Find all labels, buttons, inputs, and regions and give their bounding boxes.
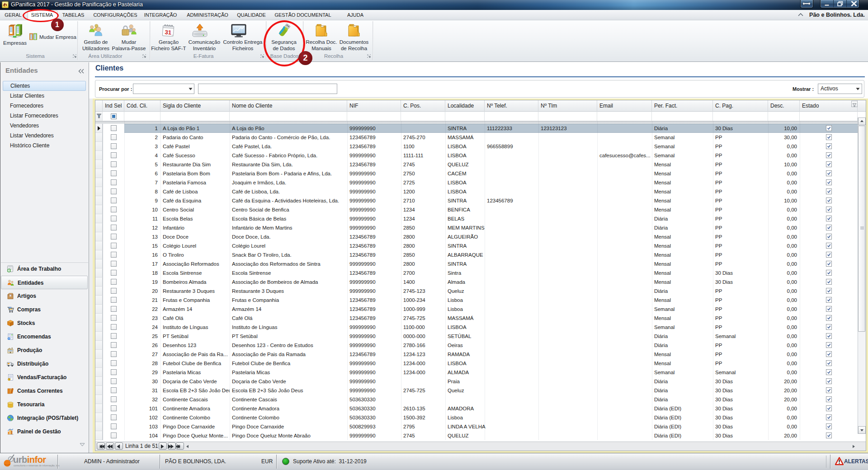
svg-text:31: 31	[165, 28, 171, 36]
